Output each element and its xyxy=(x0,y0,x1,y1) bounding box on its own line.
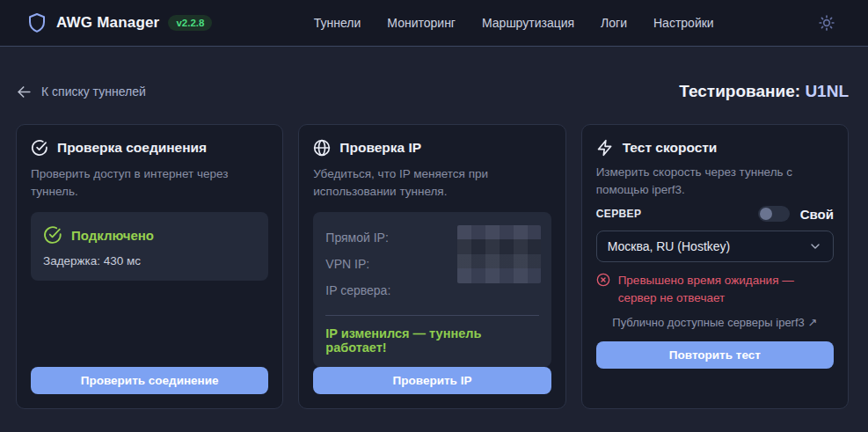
check-circle-icon xyxy=(31,139,48,157)
divider xyxy=(325,315,538,316)
custom-server-toggle[interactable] xyxy=(758,206,790,222)
check-ip-button[interactable]: Проверить IP xyxy=(313,367,551,394)
app-title: AWG Manager xyxy=(56,14,159,32)
error-text: Превышено время ожидания — сервер не отв… xyxy=(618,272,834,306)
speed-card-title: Тест скорости xyxy=(623,140,718,156)
back-link-label: К списку туннелей xyxy=(41,84,146,99)
page-content: К списку туннелей Тестирование: U1NL Про… xyxy=(0,82,868,409)
back-to-tunnels-link[interactable]: К списку туннелей xyxy=(16,84,146,100)
theme-toggle-button[interactable] xyxy=(815,11,838,34)
page-header: К списку туннелей Тестирование: U1NL xyxy=(16,82,849,101)
toggle-knob xyxy=(760,208,772,220)
connection-test-card: Проверка соединения Проверить доступ в и… xyxy=(16,124,283,409)
nav-item-logs[interactable]: Логи xyxy=(601,16,627,30)
page-title: Тестирование: U1NL xyxy=(679,82,849,101)
custom-server-toggle-label: Свой xyxy=(800,207,834,222)
nav-item-settings[interactable]: Настройки xyxy=(653,16,714,30)
spacer xyxy=(596,369,834,394)
globe-icon xyxy=(313,139,331,157)
server-label: СЕРВЕР xyxy=(596,208,642,220)
speed-test-error: Превышено время ожидания — сервер не отв… xyxy=(596,272,834,306)
circle-x-icon xyxy=(596,273,610,287)
server-select[interactable]: Москва, RU (Hostkey) xyxy=(596,231,834,262)
top-navbar: AWG Manager v2.2.8 Туннели Мониторинг Ма… xyxy=(0,0,868,47)
speed-test-card: Тест скорости Измерить скорость через ту… xyxy=(581,124,849,409)
check-circle-green-icon xyxy=(43,225,62,245)
server-select-value: Москва, RU (Hostkey) xyxy=(608,239,731,253)
nav-item-tunnels[interactable]: Туннели xyxy=(314,16,361,30)
connection-card-title: Проверка соединения xyxy=(57,140,207,156)
ip-changed-result: IP изменился — туннель работает! xyxy=(325,326,538,355)
shield-logo-icon xyxy=(26,11,47,34)
ip-results-box: Прямой IP: VPN IP: IP сервера: IP измени… xyxy=(313,212,551,367)
nav-links: Туннели Мониторинг Маршрутизация Логи На… xyxy=(314,16,714,30)
connection-status-box: Подключено Задержка: 430 мс xyxy=(31,212,268,281)
brand[interactable]: AWG Manager v2.2.8 xyxy=(26,11,212,34)
arrow-left-icon xyxy=(16,84,33,100)
blurred-ip-values xyxy=(457,225,541,283)
nav-item-routing[interactable]: Маршрутизация xyxy=(482,16,574,30)
nav-item-monitoring[interactable]: Мониторинг xyxy=(387,16,456,30)
latency-value: Задержка: 430 мс xyxy=(43,254,256,267)
connection-card-description: Проверить доступ в интернет через туннел… xyxy=(31,165,268,200)
zap-icon xyxy=(596,139,614,157)
ip-card-description: Убедиться, что IP меняется при использов… xyxy=(313,165,551,200)
chevron-down-icon xyxy=(808,239,822,253)
page-title-prefix: Тестирование: xyxy=(679,82,805,100)
test-cards: Проверка соединения Проверить доступ в и… xyxy=(16,124,849,409)
connection-status-text: Подключено xyxy=(71,228,154,243)
ip-check-card: Проверка IP Убедиться, что IP меняется п… xyxy=(298,124,565,409)
server-row: СЕРВЕР Свой xyxy=(596,206,834,222)
tunnel-name: U1NL xyxy=(805,82,849,100)
version-badge: v2.2.8 xyxy=(168,15,212,31)
speed-card-description: Измерить скорость через туннель с помощь… xyxy=(596,164,834,198)
retry-test-button[interactable]: Повторить тест xyxy=(596,341,834,369)
check-connection-button[interactable]: Проверить соединение xyxy=(31,367,268,394)
ip-card-title: Проверка IP xyxy=(339,140,421,156)
public-iperf-servers-link[interactable]: Публично доступные серверы iperf3 ↗ xyxy=(596,316,834,329)
sun-icon xyxy=(818,14,835,32)
